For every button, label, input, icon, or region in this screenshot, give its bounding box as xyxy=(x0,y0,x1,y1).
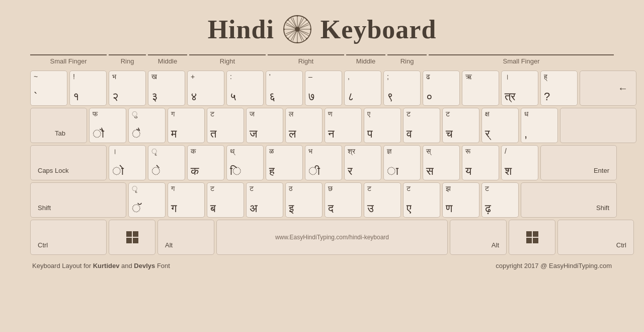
key-backtick[interactable]: ~` xyxy=(30,71,67,106)
key-f[interactable]: थ्ि xyxy=(226,145,264,180)
key-alt-left[interactable]: Alt xyxy=(157,220,214,255)
svg-point-28 xyxy=(283,29,285,30)
finger-label-small1: Small Finger xyxy=(30,54,107,69)
finger-label-middle2: Middle xyxy=(346,54,385,69)
svg-rect-34 xyxy=(126,231,132,237)
svg-point-31 xyxy=(306,38,307,39)
key-quote[interactable]: /श xyxy=(501,145,538,180)
key-equals[interactable]: ।त्र xyxy=(501,71,538,106)
shift-left-label: Shift xyxy=(38,204,51,212)
key-8[interactable]: ,८ xyxy=(344,71,381,106)
footer-right: copyright 2017 @ EasyHindiTyping.com xyxy=(496,262,612,270)
key-k[interactable]: ज्ञा xyxy=(383,145,421,180)
key-m[interactable]: टउ xyxy=(364,182,401,218)
key-7[interactable]: –७ xyxy=(305,71,342,106)
svg-rect-36 xyxy=(126,238,132,243)
svg-point-26 xyxy=(296,15,298,17)
key-space[interactable]: www.EasyHindiTyping.com/hindi-keyboard xyxy=(216,220,448,255)
key-0[interactable]: ढ० xyxy=(423,71,460,106)
svg-point-32 xyxy=(306,19,307,21)
title-part2: Keyboard xyxy=(320,15,436,44)
row-shift: Shift ृॅ गग टब टअ ठइ छद टउ टए झण टढ़ Shi… xyxy=(30,182,614,218)
key-shift-left[interactable]: Shift xyxy=(30,182,126,218)
svg-rect-38 xyxy=(526,231,532,237)
key-w[interactable]: ुै xyxy=(128,108,166,143)
key-z[interactable]: ृॅ xyxy=(128,182,166,218)
key-r[interactable]: टत xyxy=(207,108,244,143)
ctrl-left-label: Ctrl xyxy=(38,241,48,249)
svg-rect-39 xyxy=(533,231,538,237)
key-alt-right[interactable]: Alt xyxy=(450,220,507,255)
key-x[interactable]: गग xyxy=(168,182,205,218)
svg-point-33 xyxy=(287,38,289,39)
key-g[interactable]: ळह xyxy=(266,145,303,180)
key-bracket[interactable]: ह्? xyxy=(540,71,578,106)
key-i[interactable]: एप xyxy=(364,108,401,143)
caps-lock-label: Caps Lock xyxy=(38,167,68,175)
svg-rect-35 xyxy=(133,231,138,237)
key-minus[interactable]: ऋ xyxy=(462,71,499,106)
key-period[interactable]: झण xyxy=(442,182,479,218)
key-q[interactable]: फौ xyxy=(89,108,126,143)
key-win-left[interactable] xyxy=(109,220,155,255)
row-number: ~` !१ भ२ ख३ +४ :५ '६ –७ ,८ ;९ ढ० ऋ ।त्र … xyxy=(30,71,614,106)
key-shift-right[interactable]: Shift xyxy=(521,182,617,218)
key-a[interactable]: ।ो xyxy=(109,145,146,180)
key-win-right[interactable] xyxy=(509,220,555,255)
key-y[interactable]: लल xyxy=(285,108,323,143)
key-c[interactable]: टब xyxy=(207,182,244,218)
key-j[interactable]: श्रर xyxy=(344,145,381,180)
footer: Keyboard Layout for Kurtidev and Devlys … xyxy=(30,262,614,270)
keyboard-container: Small Finger Ring Middle Right Right Mid… xyxy=(30,54,614,255)
key-e[interactable]: गम xyxy=(168,108,205,143)
key-3[interactable]: ख३ xyxy=(148,71,185,106)
tab-label: Tab xyxy=(55,129,65,138)
row-home: Caps Lock ।ो ृे कक थ्ि ळह भी श्रर ज्ञा स… xyxy=(30,145,614,180)
row-qwerty: Tab फौ ुै गम टत जज लल णन एप टव टच क्षर् … xyxy=(30,108,614,143)
key-n[interactable]: छद xyxy=(325,182,362,218)
finger-label-middle1: Middle xyxy=(148,54,187,69)
svg-rect-41 xyxy=(533,238,538,243)
finger-label-ring2: Ring xyxy=(387,54,427,69)
key-slash[interactable]: टढ़ xyxy=(481,182,519,218)
key-comma[interactable]: टए xyxy=(403,182,440,218)
ashoka-wheel-icon xyxy=(282,14,312,44)
row-bottom: Ctrl Alt w xyxy=(30,220,614,255)
key-s[interactable]: ृे xyxy=(148,145,185,180)
key-h[interactable]: भी xyxy=(305,145,342,180)
key-6[interactable]: '६ xyxy=(266,71,303,106)
key-u[interactable]: णन xyxy=(325,108,362,143)
footer-left: Keyboard Layout for Kurtidev and Devlys … xyxy=(32,262,170,270)
ctrl-right-label: Ctrl xyxy=(616,241,626,249)
key-caps-lock[interactable]: Caps Lock xyxy=(30,145,107,180)
key-v[interactable]: टअ xyxy=(246,182,283,218)
backspace-icon: ← xyxy=(618,83,628,94)
key-d[interactable]: कक xyxy=(187,145,224,180)
key-semicolon[interactable]: रूय xyxy=(462,145,499,180)
key-lbracket[interactable]: क्षर् xyxy=(481,108,519,143)
key-p[interactable]: टच xyxy=(442,108,479,143)
finger-label-small2: Small Finger xyxy=(429,54,614,69)
space-url-text: www.EasyHindiTyping.com/hindi-keyboard xyxy=(220,222,444,252)
svg-point-27 xyxy=(296,42,298,43)
key-o[interactable]: टव xyxy=(403,108,440,143)
svg-rect-37 xyxy=(133,238,138,243)
key-rbracket[interactable]: ध, xyxy=(521,108,558,143)
svg-point-30 xyxy=(287,19,289,21)
key-9[interactable]: ;९ xyxy=(383,71,421,106)
key-5[interactable]: :५ xyxy=(226,71,264,106)
key-backspace[interactable]: ← xyxy=(580,71,636,106)
key-l[interactable]: स्स xyxy=(423,145,460,180)
key-ctrl-right[interactable]: Ctrl xyxy=(557,220,634,255)
key-4[interactable]: +४ xyxy=(187,71,224,106)
key-1[interactable]: !१ xyxy=(69,71,107,106)
alt-right-label: Alt xyxy=(492,241,499,249)
key-enter[interactable] xyxy=(560,108,636,143)
key-2[interactable]: भ२ xyxy=(109,71,146,106)
key-ctrl-left[interactable]: Ctrl xyxy=(30,220,107,255)
key-b[interactable]: ठइ xyxy=(285,182,323,218)
key-enter-main[interactable]: Enter xyxy=(540,145,617,180)
alt-left-label: Alt xyxy=(165,241,173,249)
key-t[interactable]: जज xyxy=(246,108,283,143)
key-tab[interactable]: Tab xyxy=(30,108,87,143)
